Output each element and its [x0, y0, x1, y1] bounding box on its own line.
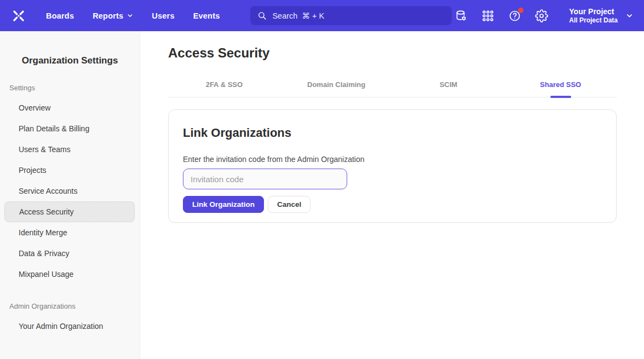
sidebar-item-service-accounts[interactable]: Service Accounts	[0, 181, 140, 201]
nav-item-users[interactable]: Users	[152, 11, 174, 20]
sidebar-item-data-privacy[interactable]: Data & Privacy	[0, 243, 140, 264]
project-data-scope: All Project Data	[569, 16, 618, 25]
settings-icon[interactable]	[534, 9, 549, 23]
sidebar-item-your-admin-organization[interactable]: Your Admin Organization	[0, 316, 140, 337]
project-selector[interactable]: Your Project All Project Data	[564, 7, 633, 25]
tab-label: Domain Claiming	[307, 80, 365, 89]
sidebar-item-users-teams[interactable]: Users & Teams	[0, 139, 140, 160]
tab-2fa-sso[interactable]: 2FA & SSO	[168, 80, 280, 97]
link-organizations-card: Link Organizations Enter the invitation …	[168, 109, 617, 223]
tab-label: SCIM	[440, 80, 458, 89]
sidebar-item-access-security[interactable]: Access Security	[4, 201, 135, 222]
main-content: Access Security 2FA & SSO Domain Claimin…	[140, 31, 644, 359]
data-management-icon[interactable]	[454, 9, 468, 23]
apps-grid-icon[interactable]	[481, 9, 495, 23]
nav-label: Events	[193, 11, 220, 20]
card-title: Link Organizations	[183, 126, 602, 140]
sidebar-item-plan-details-billing[interactable]: Plan Details & Billing	[0, 118, 140, 139]
settings-sidebar: Organization Settings Settings Overview …	[0, 31, 140, 359]
primary-nav: Boards Reports Users Events	[46, 11, 220, 20]
project-name: Your Project	[569, 7, 618, 16]
tab-scim[interactable]: SCIM	[393, 80, 505, 97]
search-icon	[257, 11, 267, 20]
link-organization-button[interactable]: Link Organization	[183, 196, 264, 213]
tab-label: 2FA & SSO	[206, 80, 243, 89]
top-navigation-bar: Boards Reports Users Events	[0, 0, 644, 31]
page-title: Access Security	[168, 45, 617, 61]
nav-label: Users	[152, 11, 174, 20]
invitation-code-label: Enter the invitation code from the Admin…	[183, 155, 602, 164]
nav-label: Reports	[93, 11, 123, 20]
notification-dot	[518, 8, 524, 13]
global-search[interactable]	[250, 6, 452, 25]
sidebar-item-overview[interactable]: Overview	[0, 97, 140, 118]
cancel-button[interactable]: Cancel	[268, 196, 311, 213]
sidebar-title: Organization Settings	[0, 31, 140, 66]
sidebar-item-projects[interactable]: Projects	[0, 160, 140, 181]
mixpanel-logo-icon[interactable]	[11, 8, 26, 24]
nav-item-reports[interactable]: Reports	[93, 11, 133, 20]
invitation-code-input[interactable]	[183, 169, 347, 189]
nav-item-events[interactable]: Events	[193, 11, 220, 20]
help-icon[interactable]	[508, 9, 522, 23]
sidebar-item-mixpanel-usage[interactable]: Mixpanel Usage	[0, 264, 140, 285]
tab-label: Shared SSO	[540, 80, 581, 89]
sidebar-section-admin-organizations: Admin Organizations	[0, 302, 140, 310]
tab-shared-sso[interactable]: Shared SSO	[504, 80, 617, 97]
search-input[interactable]	[272, 11, 445, 20]
chevron-down-icon	[127, 13, 133, 19]
active-tab-underline	[550, 96, 571, 98]
chevron-down-icon	[626, 12, 633, 19]
nav-item-boards[interactable]: Boards	[46, 11, 74, 20]
sidebar-item-identity-merge[interactable]: Identity Merge	[0, 222, 140, 243]
sidebar-section-settings: Settings	[0, 84, 140, 92]
nav-label: Boards	[46, 11, 74, 20]
tab-bar: 2FA & SSO Domain Claiming SCIM Shared SS…	[168, 80, 617, 97]
tab-domain-claiming[interactable]: Domain Claiming	[280, 80, 393, 97]
